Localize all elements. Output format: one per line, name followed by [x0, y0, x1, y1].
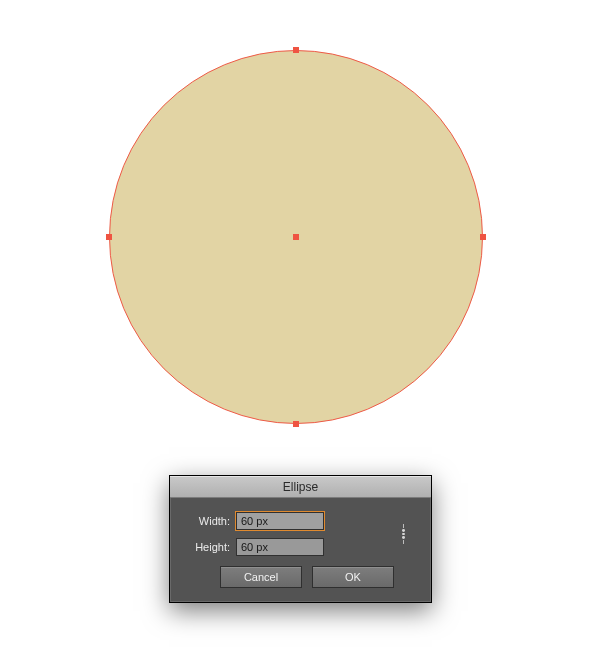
anchor-top[interactable]: [293, 47, 299, 53]
width-input[interactable]: 60 px: [236, 512, 324, 530]
height-label: Height:: [182, 541, 230, 553]
dialog-title: Ellipse: [283, 480, 318, 494]
constrain-proportions-icon[interactable]: [393, 524, 413, 544]
anchor-left[interactable]: [106, 234, 112, 240]
height-input[interactable]: 60 px: [236, 538, 324, 556]
dialog-buttons: Cancel OK: [182, 566, 419, 588]
ellipse-dialog: Ellipse Width: 60 px Height: 60 px Cance…: [169, 475, 432, 603]
dialog-body: Width: 60 px Height: 60 px Cancel OK: [170, 498, 431, 602]
anchor-center[interactable]: [293, 234, 299, 240]
canvas-area: [0, 0, 600, 470]
width-row: Width: 60 px: [182, 512, 419, 530]
cancel-button[interactable]: Cancel: [220, 566, 302, 588]
ok-button[interactable]: OK: [312, 566, 394, 588]
height-row: Height: 60 px: [182, 538, 419, 556]
anchor-bottom[interactable]: [293, 421, 299, 427]
width-label: Width:: [182, 515, 230, 527]
dialog-titlebar[interactable]: Ellipse: [170, 476, 431, 498]
anchor-right[interactable]: [480, 234, 486, 240]
